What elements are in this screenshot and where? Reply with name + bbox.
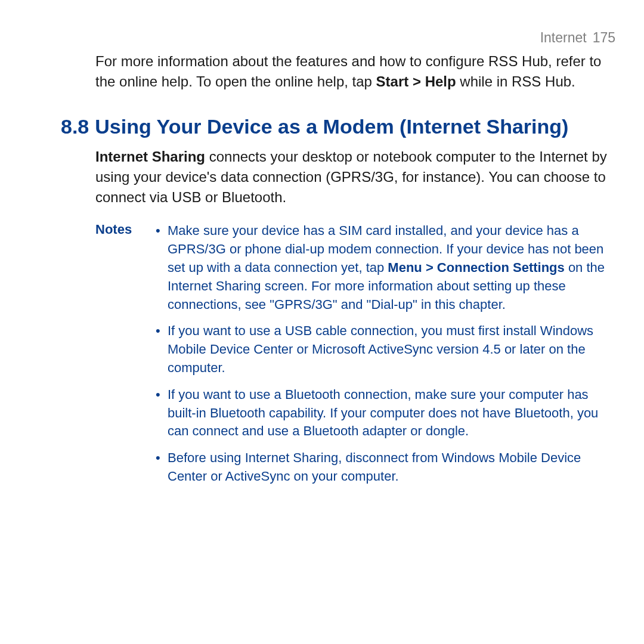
section-name: Internet	[540, 30, 587, 45]
note-text-pre: If you want to use a USB cable connectio…	[168, 323, 593, 375]
note-text-pre: If you want to use a Bluetooth connectio…	[168, 387, 598, 439]
list-item: Make sure your device has a SIM card ins…	[152, 222, 620, 314]
body-paragraph: Internet Sharing connects your desktop o…	[95, 147, 620, 208]
body-lead-bold: Internet Sharing	[95, 148, 205, 165]
page: Internet175 For more information about t…	[0, 0, 644, 644]
running-header: Internet175	[540, 30, 615, 46]
note-text-bold: Menu > Connection Settings	[388, 260, 564, 275]
intro-paragraph: For more information about the features …	[95, 51, 620, 91]
section-number: 8.8	[61, 115, 89, 138]
note-text-pre: Before using Internet Sharing, disconnec…	[168, 450, 581, 484]
notes-list: Make sure your device has a SIM card ins…	[152, 222, 620, 494]
notes-label: Notes	[95, 222, 152, 494]
section-title: Using Your Device as a Modem (Internet S…	[95, 115, 568, 138]
page-number: 175	[593, 30, 615, 45]
section-heading: 8.8Using Your Device as a Modem (Interne…	[61, 115, 620, 138]
list-item: If you want to use a Bluetooth connectio…	[152, 386, 620, 441]
intro-text-post: while in RSS Hub.	[456, 73, 575, 89]
list-item: If you want to use a USB cable connectio…	[152, 322, 620, 377]
notes-block: Notes Make sure your device has a SIM ca…	[95, 222, 620, 494]
list-item: Before using Internet Sharing, disconnec…	[152, 449, 620, 486]
intro-bold: Start > Help	[376, 73, 456, 89]
